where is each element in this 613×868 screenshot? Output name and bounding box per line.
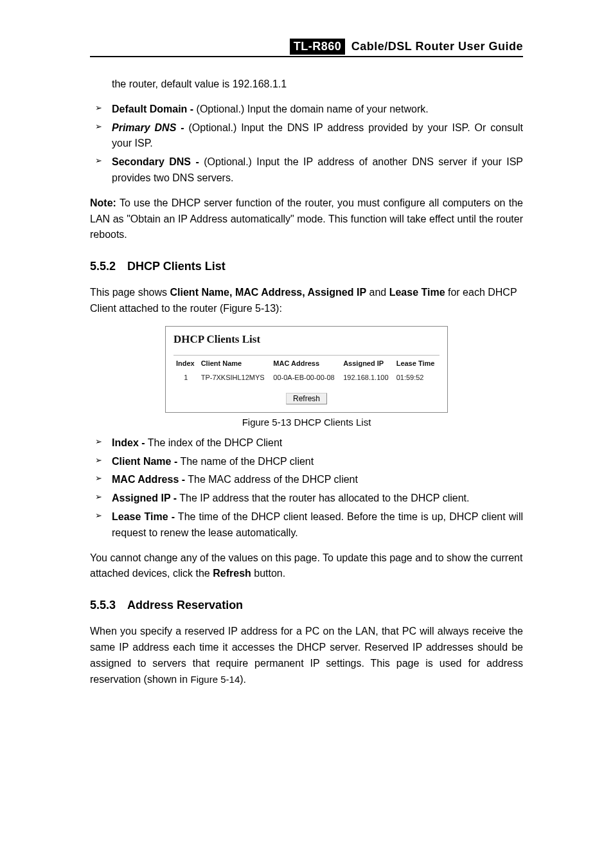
list-item: Lease Time - The time of the DHCP client… <box>90 509 523 541</box>
section-heading-553: 5.5.3Address Reservation <box>90 599 523 612</box>
col-mac: MAC Address <box>271 355 341 371</box>
text: and <box>366 287 389 298</box>
text-bold: Refresh <box>213 568 251 579</box>
option-label: Secondary DNS - <box>112 156 199 167</box>
option-label: Primary DNS - <box>112 122 184 133</box>
text-bold: Client Name, MAC Address, Assigned IP <box>170 287 367 298</box>
figure-box: DHCP Clients List Index Client Name MAC … <box>165 326 448 413</box>
field-text: The MAC address of the DHCP client <box>185 474 358 485</box>
page-header: TL-R860 Cable/DSL Router User Guide <box>90 39 523 57</box>
col-lease-time: Lease Time <box>394 355 440 371</box>
list-item: MAC Address - The MAC address of the DHC… <box>90 472 523 488</box>
dhcp-options-list: Default Domain - (Optional.) Input the d… <box>90 102 523 186</box>
refresh-button[interactable]: Refresh <box>286 393 327 404</box>
field-text: The name of the DHCP client <box>177 456 314 467</box>
section-553-body: When you specify a reserved IP address f… <box>90 624 523 687</box>
section-title: Address Reservation <box>127 599 243 611</box>
table-header-row: Index Client Name MAC Address Assigned I… <box>173 355 440 371</box>
cell-client-name: TP-7XKSIHL12MYS <box>199 371 271 384</box>
table-row: 1 TP-7XKSIHL12MYS 00-0A-EB-00-00-08 192.… <box>173 371 440 384</box>
list-item: Assigned IP - The IP address that the ro… <box>90 491 523 507</box>
list-item: Primary DNS - (Optional.) Input the DNS … <box>90 120 523 152</box>
option-text: (Optional.) Input the domain name of you… <box>193 104 429 114</box>
continuation-text: the router, default value is 192.168.1.1 <box>112 77 523 93</box>
text: button. <box>251 568 285 579</box>
field-text: The index of the DHCP Client <box>145 437 283 448</box>
text-bold: Lease Time <box>389 287 445 298</box>
note-paragraph: Note: To use the DHCP server function of… <box>90 195 523 243</box>
figure-caption: Figure 5-13 DHCP Clients List <box>165 417 448 428</box>
field-label: Index - <box>112 437 145 448</box>
text: This page shows <box>90 287 170 298</box>
page: TL-R860 Cable/DSL Router User Guide the … <box>0 0 613 735</box>
cell-assigned-ip: 192.168.1.100 <box>341 371 393 384</box>
header-text: Cable/DSL Router User Guide <box>351 40 523 53</box>
col-index: Index <box>173 355 199 371</box>
note-label: Note: <box>90 197 116 208</box>
field-text: The IP address that the router has alloc… <box>177 493 469 503</box>
dhcp-clients-table: Index Client Name MAC Address Assigned I… <box>173 355 440 384</box>
section-heading-552: 5.5.2DHCP Clients List <box>90 260 523 273</box>
field-label: Client Name - <box>112 456 177 467</box>
text: When you specify a reserved IP address f… <box>90 626 523 684</box>
col-assigned-ip: Assigned IP <box>341 355 393 371</box>
section-552-intro: This page shows Client Name, MAC Address… <box>90 285 523 317</box>
cell-index: 1 <box>173 371 199 384</box>
header-model: TL-R860 <box>290 39 346 55</box>
list-item: Index - The index of the DHCP Client <box>90 435 523 451</box>
field-label: Lease Time - <box>112 511 175 522</box>
col-client-name: Client Name <box>199 355 271 371</box>
figure-title: DHCP Clients List <box>173 333 440 346</box>
figure-ref: Figure 5-14 <box>191 674 240 685</box>
section-number: 5.5.3 <box>90 599 116 612</box>
cell-mac: 00-0A-EB-00-00-08 <box>271 371 341 384</box>
list-item: Client Name - The name of the DHCP clien… <box>90 454 523 470</box>
option-label: Default Domain - <box>112 104 193 114</box>
figure-5-13: DHCP Clients List Index Client Name MAC … <box>165 326 448 428</box>
field-label: Assigned IP - <box>112 493 177 503</box>
section-number: 5.5.2 <box>90 260 116 273</box>
list-item: Secondary DNS - (Optional.) Input the IP… <box>90 154 523 186</box>
header-title: TL-R860 Cable/DSL Router User Guide <box>290 40 523 53</box>
section-title: DHCP Clients List <box>127 260 226 273</box>
cell-lease-time: 01:59:52 <box>394 371 440 384</box>
note-text: To use the DHCP server function of the r… <box>90 197 523 240</box>
refresh-note: You cannot change any of the values on t… <box>90 550 523 583</box>
text: You cannot change any of the values on t… <box>90 552 522 579</box>
list-item: Default Domain - (Optional.) Input the d… <box>90 102 523 118</box>
field-descriptions-list: Index - The index of the DHCP Client Cli… <box>90 435 523 541</box>
text: ). <box>240 674 246 685</box>
field-label: MAC Address - <box>112 474 185 485</box>
